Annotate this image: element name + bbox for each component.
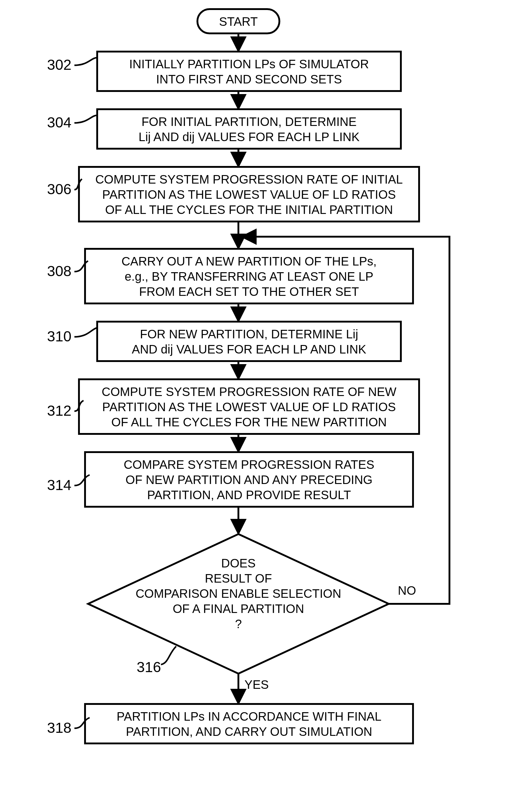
decision-316-line5: ? [235, 617, 242, 631]
label-312: 312 [47, 403, 71, 419]
step-308-line2: e.g., BY TRANSFERRING AT LEAST ONE LP [125, 270, 374, 283]
step-306-line1: COMPUTE SYSTEM PROGRESSION RATE OF INITI… [95, 173, 403, 186]
label-302: 302 [47, 57, 71, 73]
step-310: FOR NEW PARTITION, DETERMINE Lij AND dij… [97, 322, 401, 361]
step-312-line2: PARTITION AS THE LOWEST VALUE OF LD RATI… [102, 400, 396, 413]
decision-316-line1: DOES [221, 556, 255, 570]
leader-304 [74, 115, 97, 123]
step-318-line2: PARTITION, AND CARRY OUT SIMULATION [126, 725, 372, 738]
step-318-line1: PARTITION LPs IN ACCORDANCE WITH FINAL [117, 710, 381, 723]
label-306: 306 [47, 181, 71, 197]
step-312: COMPUTE SYSTEM PROGRESSION RATE OF NEW P… [79, 379, 419, 434]
label-314: 314 [47, 477, 71, 493]
step-302-line2: INTO FIRST AND SECOND SETS [156, 72, 342, 86]
decision-316-line2: RESULT OF [205, 572, 272, 585]
start-label: START [219, 15, 257, 28]
step-310-line2: AND dij VALUES FOR EACH LP AND LINK [132, 343, 366, 356]
step-304: FOR INITIAL PARTITION, DETERMINE Lij AND… [97, 109, 401, 149]
label-310: 310 [47, 328, 71, 344]
leader-310 [74, 328, 97, 337]
step-302-line1: INITIALLY PARTITION LPs OF SIMULATOR [129, 57, 369, 71]
step-314-line1: COMPARE SYSTEM PROGRESSION RATES [124, 458, 374, 471]
start-terminator: START [197, 9, 279, 33]
step-306-line2: PARTITION AS THE LOWEST VALUE OF LD RATI… [102, 188, 396, 201]
leader-316 [161, 646, 176, 665]
label-318: 318 [47, 720, 71, 736]
step-308: CARRY OUT A NEW PARTITION OF THE LPs, e.… [85, 249, 413, 303]
step-312-line1: COMPUTE SYSTEM PROGRESSION RATE OF NEW [102, 385, 397, 399]
decision-316-line3: COMPARISON ENABLE SELECTION [135, 587, 341, 600]
step-308-line1: CARRY OUT A NEW PARTITION OF THE LPs, [121, 255, 377, 268]
step-306: COMPUTE SYSTEM PROGRESSION RATE OF INITI… [79, 167, 419, 222]
step-306-line3: OF ALL THE CYCLES FOR THE INITIAL PARTIT… [105, 203, 393, 216]
flowchart-svg: START INITIALLY PARTITION LPs OF SIMULAT… [0, 0, 519, 812]
label-316: 316 [137, 659, 161, 675]
decision-316: DOES RESULT OF COMPARISON ENABLE SELECTI… [88, 534, 389, 674]
step-304-line2: Lij AND dij VALUES FOR EACH LP LINK [138, 130, 360, 144]
label-308: 308 [47, 263, 71, 279]
step-304-line1: FOR INITIAL PARTITION, DETERMINE [141, 115, 357, 128]
step-308-line3: FROM EACH SET TO THE OTHER SET [139, 285, 359, 298]
step-302: INITIALLY PARTITION LPs OF SIMULATOR INT… [97, 52, 401, 91]
label-304: 304 [47, 114, 71, 130]
step-314-line3: PARTITION, AND PROVIDE RESULT [147, 488, 351, 501]
step-314: COMPARE SYSTEM PROGRESSION RATES OF NEW … [85, 452, 413, 507]
branch-yes: YES [244, 678, 269, 691]
step-314-line2: OF NEW PARTITION AND ANY PRECEDING [126, 473, 372, 486]
branch-no: NO [398, 584, 416, 597]
step-312-line3: OF ALL THE CYCLES FOR THE NEW PARTITION [111, 415, 387, 429]
step-318: PARTITION LPs IN ACCORDANCE WITH FINAL P… [85, 704, 413, 744]
decision-316-line4: OF A FINAL PARTITION [173, 602, 304, 615]
leader-302 [74, 58, 97, 65]
step-310-line1: FOR NEW PARTITION, DETERMINE Lij [140, 327, 358, 341]
